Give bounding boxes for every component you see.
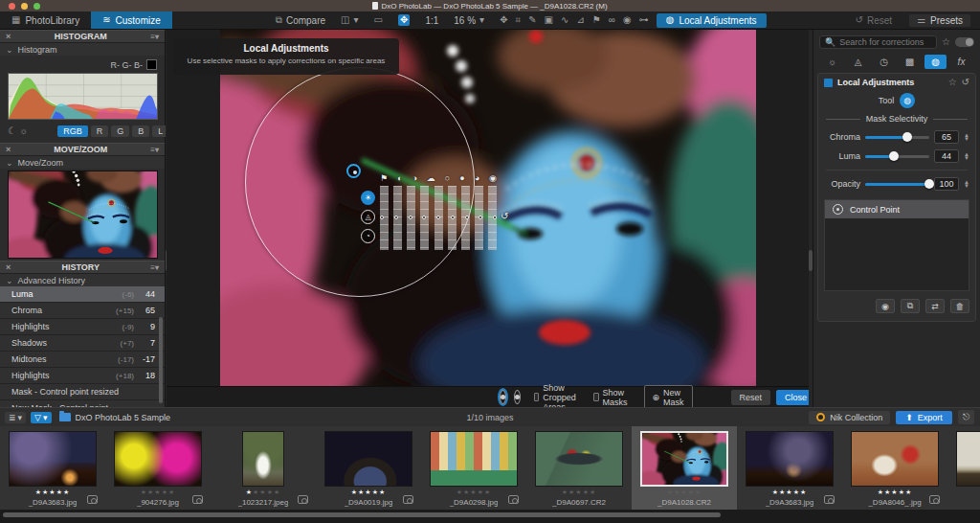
link-tool-icon[interactable]: ∞ [609, 15, 615, 25]
slider-value[interactable]: 100 [934, 177, 959, 191]
star-rating[interactable]: ★★★★★ [246, 489, 280, 497]
menu-icon[interactable]: ≡▾ [150, 146, 159, 154]
close-window-button[interactable] [9, 3, 15, 10]
star-rating[interactable]: ★★★★★ [457, 489, 491, 497]
star-rating[interactable]: ★★★★★ [878, 489, 912, 497]
current-folder[interactable]: DxO PhotoLab 5 Sample [59, 413, 171, 422]
show-masks-checkbox[interactable]: Show Masks [593, 388, 631, 407]
stepper-icon[interactable]: ▲▼ [964, 180, 969, 188]
channel-r-button[interactable]: R [91, 125, 109, 137]
palette-reset-icon[interactable]: ↺ [962, 78, 969, 87]
filmstrip-thumbnail[interactable]: ★★★★★ _D9A8046_.jpg [842, 426, 947, 510]
share-button[interactable]: ⎋ [958, 410, 974, 424]
stepper-icon[interactable]: ▲▼ [964, 152, 969, 160]
delete-mask-button[interactable]: 🗑 [950, 299, 969, 313]
slider-value[interactable]: 65 [934, 130, 959, 144]
preview-eye-icon[interactable]: ◉ [623, 15, 632, 25]
split-view-button[interactable]: ◫▾ [333, 13, 366, 28]
search-input[interactable]: 🔍Search for corrections [819, 35, 937, 49]
movezoom-preview[interactable] [8, 171, 158, 259]
star-rating[interactable]: ★★★★★ [667, 489, 702, 497]
new-mask-button[interactable]: ⊕New Mask [644, 385, 693, 410]
channel-b-button[interactable]: B [132, 125, 149, 137]
filmstrip-thumbnail[interactable]: ★★★★★ _D9A0019.jpg [316, 426, 421, 510]
control-point-tool-button[interactable] [500, 390, 506, 404]
invert-mask-button[interactable]: ⇄ [925, 299, 945, 313]
maximize-window-button[interactable] [33, 3, 40, 10]
filmstrip-thumbnail[interactable]: ★★★★★ _D9A3683.jpg [737, 426, 842, 510]
slider-track[interactable] [865, 136, 929, 139]
export-button[interactable]: ⬆Export [896, 411, 952, 424]
history-item[interactable]: Luma (-6) 44 [0, 286, 165, 303]
patch-tool-icon[interactable]: ▣ [545, 15, 553, 25]
move-tool-button[interactable]: ✥ [390, 13, 417, 28]
highlights-warning-icon[interactable]: ☼ [19, 126, 28, 136]
filmstrip-scrollbar[interactable] [3, 512, 721, 517]
crop-tool-icon[interactable]: ⌗ [516, 15, 522, 25]
movezoom-subheader[interactable]: ⌄Move/Zoom [0, 156, 165, 169]
zoom-level-select[interactable]: 16 %▾ [446, 13, 492, 28]
history-item[interactable]: Chroma (+15) 65 [0, 303, 165, 319]
blacks-warning-icon[interactable]: ☾ [8, 126, 16, 136]
color-adjust-icon[interactable]: ◬ [361, 210, 375, 224]
slider-knob[interactable] [902, 132, 912, 142]
sort-control[interactable]: ≣▾ [5, 412, 26, 423]
eyedropper-tool-icon[interactable]: ✎ [528, 15, 536, 25]
presets-button[interactable]: ⚌Presets [909, 14, 970, 27]
history-item[interactable]: Midtones (-17) -17 [0, 352, 165, 368]
reset-button[interactable]: ↺Reset [848, 13, 901, 28]
slider-knob[interactable] [889, 151, 899, 161]
tab-light[interactable]: ☼ [821, 55, 843, 69]
favorites-star-icon[interactable]: ☆ [942, 37, 950, 47]
control-line-tool-button[interactable] [514, 390, 521, 404]
equalizer-reset-icon[interactable]: ↺ [501, 211, 508, 221]
panel-toggle[interactable] [955, 37, 974, 47]
control-point-tool-icon[interactable]: ◍ [900, 93, 915, 108]
control-point-handle[interactable] [346, 164, 361, 178]
favorite-icon[interactable]: ☆ [948, 78, 957, 87]
nik-collection-button[interactable]: Nik Collection [809, 411, 890, 424]
menu-icon[interactable]: ≡▾ [150, 33, 159, 41]
light-adjust-icon[interactable]: ☀ [361, 191, 375, 205]
flag-tool-icon[interactable]: ⚑ [592, 15, 601, 25]
enable-checkbox[interactable] [824, 79, 833, 87]
star-rating[interactable]: ★★★★★ [772, 489, 807, 497]
slider-track[interactable] [865, 155, 929, 158]
filter-control[interactable]: ▽▾ [31, 412, 51, 423]
viewer-reset-button[interactable]: Reset [731, 390, 771, 405]
history-item[interactable]: Mask - Control point resized [0, 384, 165, 400]
tab-effects[interactable]: fx [950, 55, 972, 69]
slider-track[interactable] [865, 183, 929, 186]
minimize-window-button[interactable] [21, 3, 28, 10]
compare-button[interactable]: ⧉Compare [268, 13, 333, 28]
tab-local-adjustments[interactable]: ◍ [924, 55, 947, 69]
stepper-icon[interactable]: ▲▼ [964, 133, 969, 141]
duplicate-mask-button[interactable]: ⧉ [901, 299, 920, 313]
menu-icon[interactable]: ≡▾ [150, 263, 159, 272]
tab-customize[interactable]: ≋Customize [91, 11, 172, 29]
perspective-tool-icon[interactable]: ⊿ [576, 15, 584, 25]
slider-value[interactable]: 44 [934, 149, 959, 163]
history-item[interactable]: Shadows (+7) 7 [0, 335, 165, 352]
star-rating[interactable]: ★★★★★ [562, 489, 596, 497]
star-rating[interactable]: ★★★★★ [141, 489, 175, 497]
history-item[interactable]: Highlights (-9) 9 [0, 319, 165, 335]
filmstrip-thumbnail[interactable]: ★★★★★ _1023217.jpeg [211, 426, 316, 510]
tab-geometry[interactable]: ▩ [899, 55, 921, 69]
filmstrip-thumbnail[interactable]: ★★★★★ _D9A0298.jpg [421, 426, 526, 510]
horizon-tool-icon[interactable]: ⊶ [639, 15, 649, 25]
filmstrip-thumbnail[interactable]: ★★★★★ [947, 426, 980, 510]
hand-tool-icon[interactable]: ✥ [500, 15, 507, 25]
local-adjustments-button[interactable]: ◍Local Adjustments [657, 13, 767, 28]
tab-photolibrary[interactable]: ▦PhotoLibrary [0, 11, 91, 29]
filmstrip-thumbnail[interactable]: ★★★★★ _904276.jpg [105, 426, 211, 510]
fit-view-button[interactable]: ▭ [367, 13, 390, 28]
star-rating[interactable]: ★★★★★ [351, 489, 386, 497]
history-item[interactable]: Highlights (+18) 18 [0, 368, 165, 384]
tab-color[interactable]: ◬ [847, 55, 869, 69]
curves-tool-icon[interactable]: ∿ [561, 15, 568, 25]
filmstrip-thumbnail[interactable]: ★★★★★ _D9A0697.CR2 [526, 426, 632, 510]
history-subheader[interactable]: ⌄Advanced History [0, 274, 165, 286]
zoom-one-to-one-button[interactable]: 1:1 [417, 13, 446, 28]
mask-item-control-point[interactable]: Control Point [825, 200, 969, 218]
